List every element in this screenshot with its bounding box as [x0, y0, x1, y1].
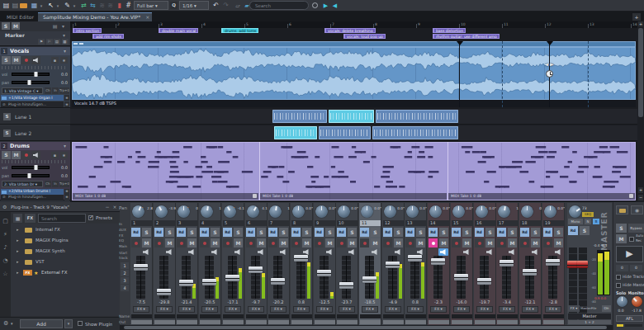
global-mute-button[interactable]: M	[616, 234, 627, 243]
pan-knob[interactable]	[452, 205, 465, 218]
track-monitor-button[interactable]	[31, 151, 40, 159]
marker-flag[interactable]: rhythm guitar: use different amp	[433, 34, 500, 39]
record-arm-button[interactable]	[246, 238, 255, 248]
track-mute-button[interactable]: M	[12, 56, 21, 64]
undo-button[interactable]: ↶	[211, 1, 220, 11]
tab-midi-editor[interactable]: MIDI Editor	[2, 13, 39, 21]
channel-name-cell[interactable]	[383, 314, 404, 318]
track-channel-chip[interactable]: Ch	[45, 87, 51, 94]
read-automation-button[interactable]: Rd	[520, 228, 529, 237]
channel-name-cell[interactable]	[246, 314, 267, 318]
timeline-ruler[interactable]	[70, 21, 637, 28]
monitor-speaker-button[interactable]	[141, 248, 151, 256]
object-mode-icon[interactable]: ⇆	[88, 1, 97, 11]
track-channel-chip[interactable]: Ch	[45, 181, 51, 187]
read-automation-button[interactable]: Rd	[177, 228, 186, 237]
new-object-icon[interactable]: ▤	[11, 1, 20, 11]
mute-button[interactable]: M	[394, 238, 403, 248]
channel-name-cell[interactable]	[315, 314, 335, 318]
track-pan-handle[interactable]	[27, 173, 31, 178]
fx-insert-button[interactable]: FX ▾	[225, 306, 241, 313]
favorites-panel-icon[interactable]: ☆	[0, 269, 11, 279]
solo-button[interactable]: S	[508, 228, 517, 237]
fx-insert-button[interactable]: FX ▾	[339, 306, 355, 313]
read-automation-button[interactable]: Rd	[405, 228, 414, 237]
snapshot-button[interactable]: ◉	[631, 205, 643, 214]
fx-insert-button[interactable]: FX ▾	[522, 306, 538, 313]
fx-insert-button[interactable]: FX ▾	[407, 306, 424, 313]
mute-button[interactable]: M	[187, 238, 197, 248]
fader-handle[interactable]	[179, 280, 193, 286]
fader-handle[interactable]	[271, 278, 285, 285]
pan-knob[interactable]	[224, 205, 236, 218]
mute-icon[interactable]: ▮	[115, 1, 124, 11]
marker-flag[interactable]: vocals: delete breathing	[324, 28, 376, 33]
channel-name-cell[interactable]	[405, 314, 426, 318]
track-bank-button-1[interactable]: 1	[121, 262, 129, 269]
header-view-icon[interactable]: ▤	[51, 22, 59, 30]
browser-view-button[interactable]: ▦	[13, 214, 22, 223]
track-bank-button-4[interactable]: 4	[121, 285, 129, 291]
all-mute-button[interactable]: M	[12, 22, 20, 30]
mute-button[interactable]: M	[439, 238, 448, 248]
record-arm-button[interactable]	[497, 238, 506, 248]
channel-number[interactable]: 7	[268, 220, 289, 226]
add-plugin-button[interactable]: Add	[20, 319, 63, 328]
channel-name-cell[interactable]	[291, 314, 312, 318]
ungroup-icon[interactable]: ≋	[106, 1, 115, 11]
mute-button[interactable]: M	[165, 238, 174, 248]
tree-expand-icon[interactable]: ▸	[17, 226, 19, 233]
solo-button[interactable]: S	[371, 228, 380, 237]
solo-button[interactable]: S	[279, 228, 288, 237]
read-automation-button[interactable]: Rd	[337, 228, 346, 237]
channel-out-cell[interactable]	[268, 320, 289, 324]
read-automation-button[interactable]: Rd	[154, 228, 163, 237]
track-bank-button-3[interactable]: 3	[121, 277, 129, 284]
record-arm-button[interactable]	[360, 238, 369, 248]
channel-out-cell[interactable]	[360, 320, 381, 324]
track-vol-handle[interactable]	[34, 72, 38, 77]
channel-number[interactable]: 11	[360, 220, 381, 226]
marker-tool-icon[interactable]: ⚐	[46, 39, 53, 45]
channel-out-cell[interactable]	[177, 320, 197, 324]
global-solo-button[interactable]: S	[616, 224, 627, 233]
browser-fx-button[interactable]: FX	[25, 214, 36, 223]
marker-flag[interactable]: drums: add toms	[221, 28, 258, 33]
pan-knob[interactable]	[201, 205, 213, 218]
mixer-section-label[interactable]: AUX	[119, 228, 130, 233]
channel-out-cell[interactable]	[405, 320, 426, 324]
read-automation-button[interactable]: Rd	[475, 228, 484, 237]
gear-caret-icon[interactable]: ▾	[11, 320, 13, 327]
pan-knob[interactable]	[544, 205, 556, 218]
marker-track-caret-icon[interactable]: ▾	[63, 32, 65, 39]
channel-out-cell[interactable]	[520, 320, 541, 324]
fx-insert-button[interactable]: FX ▾	[453, 306, 470, 313]
read-automation-button[interactable]: Rd	[497, 228, 506, 237]
zero-trim-button[interactable]: 0	[616, 265, 628, 271]
record-arm-button[interactable]	[131, 238, 140, 248]
search-icon[interactable]	[312, 2, 318, 8]
channel-number[interactable]: 5	[223, 220, 244, 226]
fx-insert-button[interactable]: FX ▾	[545, 306, 561, 313]
solo-button[interactable]: S	[142, 228, 151, 237]
fx-insert-button[interactable]: FX ▾	[430, 306, 447, 313]
fader-handle[interactable]	[386, 262, 400, 268]
quantize-select[interactable]: 1/16 ▾	[179, 1, 209, 10]
monitor-knob[interactable]	[632, 296, 642, 307]
pan-knob[interactable]	[569, 205, 581, 218]
fx-insert-button[interactable]: FX ▾	[362, 306, 378, 313]
slot-menu-button[interactable]: ≡	[64, 95, 69, 101]
crossfade-mode-icon[interactable]: ⇄	[79, 1, 88, 11]
region-handle[interactable]	[79, 43, 83, 45]
solo-button[interactable]: S	[462, 228, 471, 237]
channel-name-cell[interactable]	[177, 314, 197, 318]
browser-close-icon[interactable]: ×	[111, 203, 118, 211]
lane-solo-button[interactable]: S	[3, 130, 11, 137]
monitor-speaker-button[interactable]	[233, 248, 243, 256]
record-arm-button[interactable]	[405, 238, 414, 248]
mute-button[interactable]: M	[279, 238, 288, 248]
channel-number[interactable]: 4	[200, 220, 220, 226]
channel-name-cell[interactable]	[268, 314, 289, 318]
plugins-panel-icon[interactable]: ▢	[0, 216, 11, 226]
zero-trim-button[interactable]: 0	[630, 265, 642, 271]
